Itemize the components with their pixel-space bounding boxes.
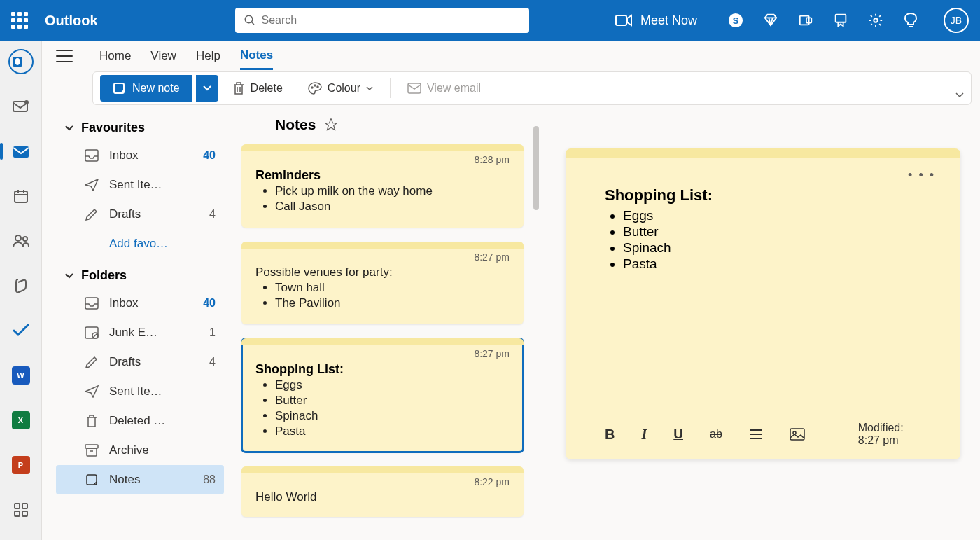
chevron-down-icon xyxy=(366,86,373,91)
svg-rect-24 xyxy=(15,511,20,516)
rail-more-apps[interactable] xyxy=(7,496,35,524)
note-card[interactable]: 8:22 pmHello World xyxy=(241,466,524,517)
tab-home[interactable]: Home xyxy=(99,43,131,69)
svg-rect-25 xyxy=(22,511,27,516)
add-favourite-link[interactable]: Add favo… xyxy=(56,229,224,258)
note-preview: Pick up milk on the way homeCall Jason xyxy=(255,184,510,214)
underline-button[interactable]: U xyxy=(673,427,683,442)
svg-rect-43 xyxy=(790,429,804,440)
folder-sent[interactable]: Sent Ite… xyxy=(56,377,224,406)
note-card[interactable]: 8:27 pmShopping List:EggsButterSpinachPa… xyxy=(241,338,524,452)
rail-mail-new[interactable] xyxy=(7,92,35,120)
tips-icon[interactable] xyxy=(903,13,918,28)
inbox-icon xyxy=(84,148,99,163)
search-box[interactable] xyxy=(235,8,529,33)
bullet-list-button[interactable] xyxy=(749,429,763,440)
ribbon-expand-icon[interactable] xyxy=(955,92,964,98)
note-editor[interactable]: • • • Shopping List: EggsButterSpinachPa… xyxy=(566,148,960,459)
rail-word[interactable]: W xyxy=(7,361,35,389)
editor-toolbar: B I U ab Modified: 8:27 pm xyxy=(605,422,921,459)
tab-help[interactable]: Help xyxy=(196,43,220,69)
svg-point-21 xyxy=(23,237,27,241)
app-header: Outlook Meet Now S JB xyxy=(0,0,980,41)
modified-label: Modified: 8:27 pm xyxy=(858,422,921,447)
delete-button[interactable]: Delete xyxy=(221,75,294,102)
left-app-rail: W X P xyxy=(0,41,42,540)
trash-icon xyxy=(232,81,245,95)
svg-point-28 xyxy=(314,85,316,86)
editor-body[interactable]: EggsButterSpinachPasta xyxy=(605,207,921,272)
note-time: 8:27 pm xyxy=(255,348,510,359)
draft-icon xyxy=(84,207,99,222)
folder-junk[interactable]: Junk E… 1 xyxy=(56,318,224,347)
search-input[interactable] xyxy=(262,14,521,27)
colour-button[interactable]: Colour xyxy=(297,75,384,102)
rail-powerpoint[interactable]: P xyxy=(7,451,35,479)
new-note-dropdown[interactable] xyxy=(196,75,218,102)
svg-point-8 xyxy=(874,18,878,22)
meet-now-button[interactable]: Meet Now xyxy=(615,13,697,28)
archive-icon xyxy=(84,443,99,458)
editor-title[interactable]: Shopping List: xyxy=(605,186,921,205)
favourites-header[interactable]: Favourites xyxy=(56,115,224,141)
teams-icon[interactable] xyxy=(798,13,813,28)
send-icon xyxy=(84,177,99,193)
star-icon[interactable] xyxy=(324,118,338,132)
note-text: Possible venues for party: xyxy=(255,265,510,279)
svg-rect-30 xyxy=(408,83,421,93)
nav-toggle-icon[interactable] xyxy=(56,50,73,62)
note-card[interactable]: 8:27 pmPossible venues for party:Town ha… xyxy=(241,242,524,324)
tab-view[interactable]: View xyxy=(150,43,176,69)
svg-rect-15 xyxy=(13,146,29,158)
note-icon xyxy=(113,82,125,95)
chevron-down-icon xyxy=(64,125,74,132)
strikethrough-button[interactable]: ab xyxy=(710,428,722,441)
svg-point-27 xyxy=(312,87,313,88)
folder-drafts[interactable]: Drafts 4 xyxy=(56,347,224,377)
rail-outlook-logo[interactable] xyxy=(7,48,35,76)
folder-inbox-fav[interactable]: Inbox 40 xyxy=(56,141,224,170)
note-time: 8:28 pm xyxy=(255,154,510,165)
new-note-button[interactable]: New note xyxy=(100,75,192,102)
editor-more-icon[interactable]: • • • xyxy=(908,168,935,183)
folder-archive[interactable]: Archive xyxy=(56,436,224,465)
folder-inbox[interactable]: Inbox 40 xyxy=(56,289,224,318)
premium-icon[interactable] xyxy=(763,13,778,28)
settings-icon[interactable] xyxy=(868,13,883,28)
folder-drafts-fav[interactable]: Drafts 4 xyxy=(56,200,224,229)
account-avatar[interactable]: JB xyxy=(944,8,969,33)
command-toolbar: New note Delete Colour View email xyxy=(92,71,972,105)
rail-mail[interactable] xyxy=(7,137,35,165)
italic-button[interactable]: I xyxy=(641,427,647,443)
svg-point-29 xyxy=(317,86,318,88)
folders-header[interactable]: Folders xyxy=(56,263,224,289)
bold-button[interactable]: B xyxy=(605,427,615,443)
rail-calendar[interactable] xyxy=(7,182,35,210)
svg-point-12 xyxy=(15,58,20,65)
ribbon-icon[interactable] xyxy=(833,13,848,28)
rail-files[interactable] xyxy=(7,272,35,300)
list-scrollbar[interactable] xyxy=(533,126,539,210)
folder-sent-fav[interactable]: Sent Ite… xyxy=(56,170,224,200)
svg-text:S: S xyxy=(733,15,739,26)
app-launcher-icon[interactable] xyxy=(11,12,28,29)
note-card[interactable]: 8:28 pmRemindersPick up milk on the way … xyxy=(241,144,524,228)
rail-todo[interactable] xyxy=(7,317,35,345)
draft-icon xyxy=(84,354,99,370)
folder-deleted[interactable]: Deleted … xyxy=(56,406,224,436)
notes-list-header: Notes xyxy=(230,105,540,141)
toolbar-divider xyxy=(390,78,391,98)
search-icon xyxy=(244,14,256,27)
rail-people[interactable] xyxy=(7,227,35,255)
rail-excel[interactable]: X xyxy=(7,406,35,434)
image-button[interactable] xyxy=(790,428,805,441)
svg-rect-22 xyxy=(15,504,20,508)
skype-icon[interactable]: S xyxy=(728,13,743,28)
mail-icon xyxy=(407,83,421,94)
svg-point-14 xyxy=(24,100,29,104)
tab-notes[interactable]: Notes xyxy=(240,43,273,70)
palette-icon xyxy=(308,82,322,95)
notes-list-pane: Notes 8:28 pmRemindersPick up milk on th… xyxy=(230,105,540,540)
folder-notes[interactable]: Notes 88 xyxy=(56,465,224,494)
note-time: 8:22 pm xyxy=(255,476,510,487)
